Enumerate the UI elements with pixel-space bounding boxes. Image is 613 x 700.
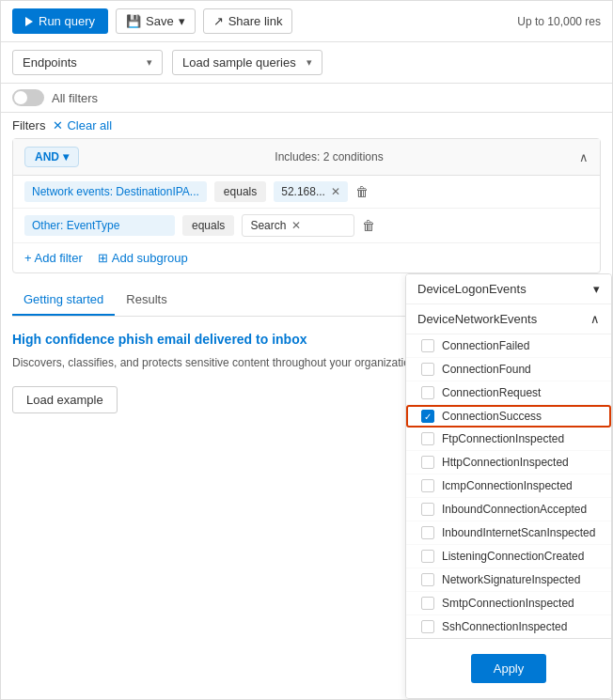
results-label: Results [126,292,166,306]
subgroup-icon: ⊞ [98,251,108,265]
toggle-row: All filters [1,84,612,113]
checkbox-connection-success[interactable] [421,410,434,423]
item-inbound-internet-scan-inspected[interactable]: InboundInternetScanInspected [406,521,611,545]
item-ftp-connection-inspected[interactable]: FtpConnectionInspected [406,428,611,451]
filter-area: AND ▾ Includes: 2 conditions ∧ Network e… [12,138,601,273]
clear-filter-value-1[interactable]: ✕ [331,185,340,198]
filter-row-1: Network events: DestinationIPA... equals… [13,176,600,209]
item-label: ConnectionRequest [442,386,541,399]
chevron-up-icon: ∧ [590,312,600,326]
apply-button[interactable]: Apply [471,654,547,683]
apply-label: Apply [494,661,525,676]
toolbar: Run query 💾 Save ▾ ↗ Share link Up to 10… [1,1,612,42]
item-connection-found[interactable]: ConnectionFound [406,358,611,381]
item-label: FtpConnectionInspected [442,432,564,445]
item-smtp-connection-inspected[interactable]: SmtpConnectionInspected [406,592,611,615]
item-connection-failed[interactable]: ConnectionFailed [406,334,611,358]
filter-op-1[interactable]: equals [214,181,266,202]
dropdown-overlay: DeviceLogonEvents ▾ DeviceNetworkEvents … [405,273,612,699]
play-icon [25,17,33,26]
checkbox-inbound-internet-scan-inspected[interactable] [421,526,434,539]
checkbox-network-signature-inspected[interactable] [421,573,434,586]
chevron-down-icon: ▾ [593,282,600,296]
filters-row: Filters ✕ Clear all [1,113,612,138]
endpoints-dropdown[interactable]: Endpoints ▾ [12,50,163,75]
and-badge[interactable]: AND ▾ [24,147,79,167]
clear-all-label: Clear all [67,118,112,132]
checkbox-ssh-connection-inspected[interactable] [421,620,434,633]
dropdown-list: DeviceLogonEvents ▾ DeviceNetworkEvents … [406,274,611,638]
dropdowns-row: Endpoints ▾ Load sample queries ▾ [1,42,612,84]
and-label: AND [35,150,59,163]
item-connection-request[interactable]: ConnectionRequest [406,381,611,405]
item-label: HttpConnectionInspected [442,456,569,469]
filter-value-text-1: 52.168... [281,185,325,198]
content-area: Getting started Results High confidence … [1,273,612,699]
checkbox-inbound-connection-accepted[interactable] [421,503,434,516]
checkbox-connection-found[interactable] [421,363,434,376]
add-subgroup-button[interactable]: ⊞ Add subgroup [98,251,188,265]
item-connection-success[interactable]: ConnectionSuccess [406,405,611,428]
item-ssh-connection-inspected[interactable]: SshConnectionInspected [406,615,611,638]
clear-all-button[interactable]: ✕ Clear all [53,118,112,132]
item-label: InboundConnectionAccepted [442,503,587,516]
toggle-knob [14,91,27,104]
chevron-down-icon: ▾ [63,150,69,163]
item-inbound-connection-accepted[interactable]: InboundConnectionAccepted [406,498,611,521]
item-http-connection-inspected[interactable]: HttpConnectionInspected [406,451,611,474]
chevron-down-icon: ▾ [306,56,312,69]
checkbox-ftp-connection-inspected[interactable] [421,432,434,445]
share-link-button[interactable]: ↗ Share link [203,8,293,34]
checkbox-icmp-connection-inspected[interactable] [421,479,434,492]
item-network-signature-inspected[interactable]: NetworkSignatureInspected [406,568,611,592]
filter-value-chip-1: 52.168... ✕ [274,181,348,202]
add-subgroup-label: Add subgroup [112,251,188,265]
checkbox-smtp-connection-inspected[interactable] [421,597,434,610]
filter-field-2[interactable]: Other: EventType [24,215,175,236]
tab-getting-started[interactable]: Getting started [12,285,115,316]
share-icon: ↗ [213,14,224,28]
checkbox-http-connection-inspected[interactable] [421,456,434,469]
checkbox-connection-failed[interactable] [421,339,434,352]
run-query-button[interactable]: Run query [12,8,108,34]
load-sample-queries-dropdown[interactable]: Load sample queries ▾ [172,50,322,75]
item-label: ConnectionFound [442,363,531,376]
filter-value-input-2[interactable]: Search ✕ [242,214,354,237]
item-label: NetworkSignatureInspected [442,573,580,586]
add-filter-button[interactable]: + Add filter [24,251,83,265]
results-limit-label: Up to 10,000 res [517,15,601,28]
x-icon: ✕ [53,118,63,132]
clear-filter-value-2[interactable]: ✕ [291,219,301,232]
share-link-label: Share link [228,14,283,28]
endpoints-label: Endpoints [23,55,77,70]
checkbox-listening-connection-created[interactable] [421,550,434,563]
section1-label: DeviceLogonEvents [417,282,527,296]
section-device-network-events[interactable]: DeviceNetworkEvents ∧ [406,304,611,334]
chevron-down-icon: ▾ [147,56,152,69]
collapse-icon[interactable]: ∧ [579,150,589,164]
all-filters-label: All filters [52,91,98,105]
filter-header: AND ▾ Includes: 2 conditions ∧ [13,139,600,176]
section-device-logon-events[interactable]: DeviceLogonEvents ▾ [406,274,611,304]
filter-actions: + Add filter ⊞ Add subgroup [13,243,600,272]
item-icmp-connection-inspected[interactable]: IcmpConnectionInspected [406,474,611,498]
delete-filter-1[interactable]: 🗑 [355,184,369,199]
load-sample-label: Load sample queries [182,55,296,70]
checkbox-connection-request[interactable] [421,386,434,399]
load-example-label: Load example [26,393,103,407]
apply-footer: Apply [406,638,611,698]
filter-value-text-2: Search [250,219,286,232]
load-example-button[interactable]: Load example [12,386,118,413]
item-label: IcmpConnectionInspected [442,479,573,492]
save-button[interactable]: 💾 Save ▾ [116,8,196,34]
section2-label: DeviceNetworkEvents [417,312,537,326]
filter-field-1[interactable]: Network events: DestinationIPA... [24,181,207,202]
all-filters-toggle[interactable] [12,89,44,106]
delete-filter-2[interactable]: 🗑 [362,218,375,233]
item-label: ListeningConnectionCreated [442,550,584,563]
tab-results[interactable]: Results [115,285,178,316]
item-listening-connection-created[interactable]: ListeningConnectionCreated [406,545,611,568]
chevron-down-icon: ▾ [179,14,185,28]
includes-label: Includes: 2 conditions [275,150,383,163]
filter-op-2[interactable]: equals [182,215,234,236]
